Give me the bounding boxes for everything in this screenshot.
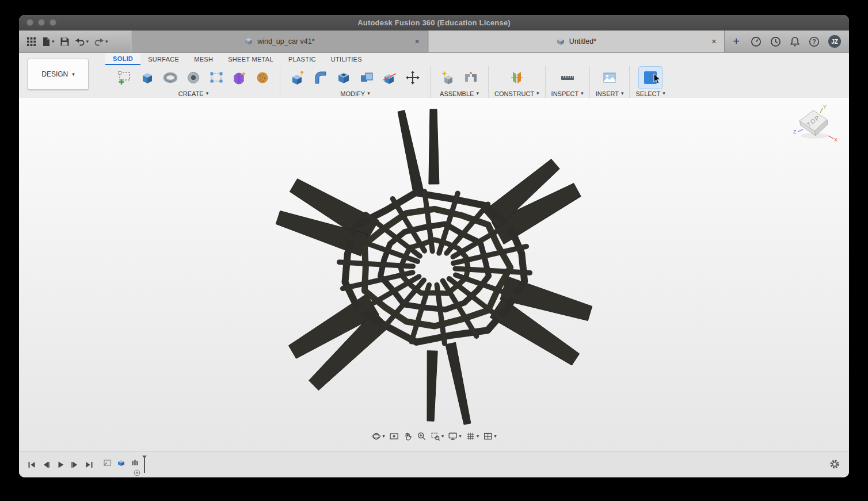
assemble-group-dropdown[interactable]: ASSEMBLE ▾ xyxy=(440,89,479,98)
group-divider xyxy=(589,66,590,98)
workspace-selector[interactable]: DESIGN ▾ xyxy=(28,59,89,90)
timeline-sketch-feature[interactable] xyxy=(103,458,112,467)
insert-button[interactable] xyxy=(598,67,621,89)
press-pull-button[interactable] xyxy=(286,67,309,89)
redo-button[interactable]: ▾ xyxy=(94,37,108,46)
document-tab-wind-up-car[interactable]: wind_up_car v41* × xyxy=(131,30,428,52)
construct-plane-button[interactable] xyxy=(505,67,528,89)
step-back-button[interactable] xyxy=(41,460,51,469)
orbit-button[interactable]: ▾ xyxy=(371,431,385,441)
save-button[interactable] xyxy=(60,37,70,47)
fit-button[interactable]: ▾ xyxy=(431,431,444,441)
viewport[interactable]: TOP Y Z X ▾ xyxy=(19,98,849,452)
combine-button[interactable] xyxy=(355,67,378,89)
look-at-button[interactable] xyxy=(389,431,399,441)
ribbon: SOLID SURFACE MESH SHEET METAL PLASTIC U… xyxy=(19,53,849,100)
close-tab-icon[interactable]: × xyxy=(413,37,422,46)
look-at-icon xyxy=(389,431,399,441)
select-button[interactable] xyxy=(639,67,662,89)
extrude-button[interactable] xyxy=(136,67,159,89)
timeline-extrude-feature[interactable] xyxy=(117,458,125,467)
document-tab-untitled[interactable]: Untitled* × xyxy=(428,30,725,52)
texture-button[interactable] xyxy=(251,67,274,89)
caret-down-icon: ▾ xyxy=(459,434,462,439)
viewcube[interactable]: TOP Y Z X xyxy=(791,104,840,147)
timeline-settings-gear-icon[interactable] xyxy=(829,459,840,469)
help-icon[interactable]: ? xyxy=(809,36,820,47)
timeline-zoom-marker[interactable] xyxy=(134,469,140,476)
document-tab-label: Untitled* xyxy=(569,37,596,45)
group-label-text: INSPECT xyxy=(551,90,579,97)
pattern-button[interactable] xyxy=(205,67,228,89)
close-window-button[interactable] xyxy=(26,19,33,26)
recent-clock-icon[interactable] xyxy=(770,36,781,47)
tab-mesh[interactable]: MESH xyxy=(186,53,220,65)
window-title: Autodesk Fusion 360 (Education License) xyxy=(357,18,511,27)
zoom-button[interactable] xyxy=(417,431,427,441)
modify-group-dropdown[interactable]: MODIFY ▾ xyxy=(340,89,370,98)
timeline-bar xyxy=(19,452,849,477)
tab-utilities[interactable]: UTILITIES xyxy=(323,53,370,65)
app-grid-icon xyxy=(26,37,36,47)
fillet-icon xyxy=(313,70,329,86)
minimize-window-button[interactable] xyxy=(38,19,45,26)
fillet-button[interactable] xyxy=(309,67,332,89)
go-to-start-button[interactable] xyxy=(27,460,36,469)
measure-button[interactable] xyxy=(556,67,579,89)
group-label-text: CREATE xyxy=(178,90,204,97)
hole-button[interactable] xyxy=(182,67,205,89)
account-avatar[interactable]: JZ xyxy=(828,35,841,48)
extrude-icon xyxy=(139,70,155,86)
new-component-button[interactable] xyxy=(436,67,459,89)
shell-button[interactable] xyxy=(332,67,355,89)
step-forward-button[interactable] xyxy=(70,460,79,469)
job-status-icon[interactable] xyxy=(751,36,762,47)
new-file-button[interactable]: ▾ xyxy=(41,37,55,47)
zoom-window-button[interactable] xyxy=(50,19,56,26)
new-document-tab-button[interactable]: + xyxy=(730,36,742,47)
grid-settings-button[interactable]: ▾ xyxy=(466,431,479,441)
create-sketch-button[interactable] xyxy=(113,67,136,89)
move-button[interactable] xyxy=(401,67,424,89)
display-settings-button[interactable]: ▾ xyxy=(448,431,462,441)
joint-button[interactable] xyxy=(459,67,482,89)
split-body-button[interactable] xyxy=(378,67,401,89)
caret-down-icon: ▾ xyxy=(477,434,479,439)
pan-hand-icon xyxy=(403,431,413,441)
tab-surface[interactable]: SURFACE xyxy=(140,53,186,65)
play-button[interactable] xyxy=(56,460,65,469)
close-tab-icon[interactable]: × xyxy=(709,37,718,46)
viewports-button[interactable]: ▾ xyxy=(483,431,497,441)
group-divider xyxy=(629,66,630,98)
inspect-group-dropdown[interactable]: INSPECT ▾ xyxy=(551,89,584,98)
undo-button[interactable]: ▾ xyxy=(75,37,89,46)
notifications-bell-icon[interactable] xyxy=(790,36,800,47)
go-to-end-button[interactable] xyxy=(85,460,94,469)
timeline-group-feature[interactable] xyxy=(131,458,139,467)
revolve-button[interactable] xyxy=(159,67,182,89)
caret-down-icon: ▾ xyxy=(476,91,479,96)
measure-icon xyxy=(559,70,576,86)
caret-down-icon: ▾ xyxy=(367,91,370,96)
ribbon-tabs: SOLID SURFACE MESH SHEET METAL PLASTIC U… xyxy=(105,53,370,65)
titlebar[interactable]: Autodesk Fusion 360 (Education License) xyxy=(19,15,849,30)
app-grid-button[interactable] xyxy=(26,37,36,47)
create-group-dropdown[interactable]: CREATE ▾ xyxy=(178,89,208,98)
group-modify: MODIFY ▾ xyxy=(283,66,427,98)
select-group-dropdown[interactable]: SELECT ▾ xyxy=(635,89,665,98)
create-form-button[interactable] xyxy=(228,67,251,89)
press-pull-icon xyxy=(290,70,306,86)
header-right: + ? JZ xyxy=(725,30,849,52)
split-body-icon xyxy=(382,70,398,86)
tab-solid[interactable]: SOLID xyxy=(105,53,140,65)
timeline-playhead[interactable] xyxy=(142,456,147,473)
tab-plastic[interactable]: PLASTIC xyxy=(281,53,323,65)
insert-group-dropdown[interactable]: INSERT ▾ xyxy=(596,89,624,98)
construct-group-dropdown[interactable]: CONSTRUCT ▾ xyxy=(494,89,539,98)
group-assemble: ASSEMBLE ▾ xyxy=(433,66,485,98)
group-label-text: ASSEMBLE xyxy=(440,90,474,97)
main-toolbar: ▾ ▾ ▾ xyxy=(19,30,849,53)
3d-model-spider-wheel[interactable] xyxy=(19,98,849,452)
tab-sheet-metal[interactable]: SHEET METAL xyxy=(220,53,281,65)
pan-button[interactable] xyxy=(403,431,413,441)
